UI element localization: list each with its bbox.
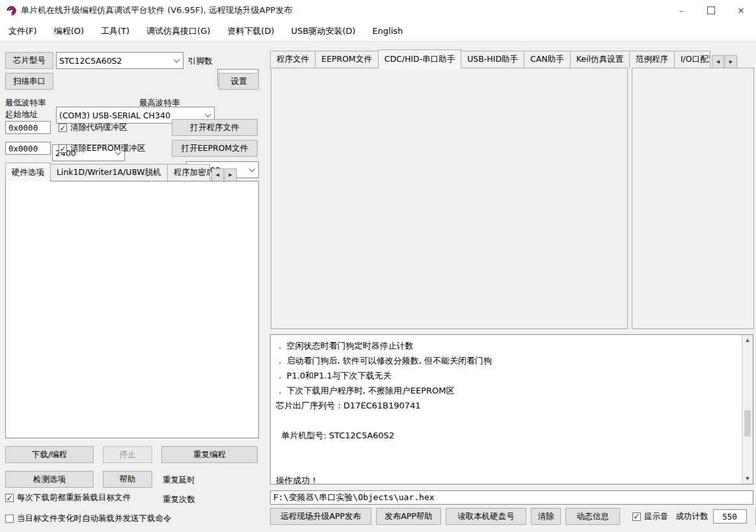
checkbox-icon: ✓: [632, 512, 641, 521]
menu-file[interactable]: 文件(F): [0, 21, 46, 41]
close-icon: ✕: [738, 6, 745, 16]
tab-scroll-right-button[interactable]: ▶: [725, 55, 737, 68]
tab-keil-sim[interactable]: Keil仿真设置: [570, 51, 630, 68]
hardware-options-panel: [5, 181, 259, 438]
clear-eeprom-checkbox[interactable]: ✓ 清除EEPROM缓冲区: [59, 143, 145, 154]
help-button[interactable]: 帮助: [103, 471, 152, 488]
autoload-checkbox[interactable]: ✓ 当目标文件变化时自动装载并发送下载命令: [5, 513, 172, 524]
tab-link1d-offline[interactable]: Link1D/Writer1A/U8W脱机: [50, 164, 168, 181]
menu-downloads[interactable]: 资料下载(D): [219, 21, 282, 41]
minimize-icon: –: [679, 6, 684, 16]
chip-type-button[interactable]: 芯片型号: [5, 52, 53, 69]
clear-eeprom-label: 清除EEPROM缓冲区: [70, 143, 145, 154]
chevron-down-icon: [205, 111, 211, 118]
title-bar: 单片机在线升级编程仿真调试平台软件 (V6.95F), 远程现场升级APP发布 …: [0, 0, 756, 21]
reload-target-label: 每次下载前都重新装载目标文件: [17, 492, 131, 503]
scroll-down-icon[interactable]: ▼: [742, 473, 753, 484]
info-text: . 空闲状态时看门狗定时器停止计数 . 启动看门狗后, 软件可以修改分频数, 但…: [271, 335, 753, 485]
dynamic-info-button[interactable]: 动态信息: [565, 508, 620, 525]
menu-debug-interface[interactable]: 调试仿真接口(G): [138, 21, 219, 41]
repeat-count-label: 重复次数: [163, 494, 195, 505]
success-count-label: 成功计数: [676, 511, 709, 522]
code-start-addr-input[interactable]: [5, 121, 51, 134]
tab-scroll-left-button[interactable]: ◀: [211, 168, 224, 181]
open-eeprom-file-button[interactable]: 打开EEPROM文件: [172, 140, 258, 157]
checkbox-icon: ✓: [59, 124, 67, 132]
maximize-button[interactable]: [696, 0, 726, 21]
menu-english[interactable]: English: [364, 21, 411, 41]
app-logo-icon: [6, 5, 17, 16]
arrow-left-icon: ◀: [716, 59, 720, 64]
clear-code-label: 清除代码缓冲区: [70, 122, 128, 133]
close-button[interactable]: ✕: [726, 0, 756, 21]
tab-examples[interactable]: 范例程序: [629, 51, 675, 68]
serial-port-value: (COM3) USB-SERIAL CH340: [59, 111, 170, 120]
window-title: 单片机在线升级编程仿真调试平台软件 (V6.95F), 远程现场升级APP发布: [21, 5, 292, 16]
chip-type-select[interactable]: STC12C5A60S2: [56, 52, 183, 69]
target-file-path-input[interactable]: [270, 490, 753, 505]
reload-target-checkbox[interactable]: ✓ 每次下载前都重新装载目标文件: [5, 492, 131, 503]
multi-string-panel: [632, 68, 754, 329]
repeat-delay-label: 重复延时: [163, 475, 195, 486]
download-program-button[interactable]: 下载/编程: [5, 446, 94, 463]
max-baud-label: 最高波特率: [139, 98, 180, 109]
scan-port-button[interactable]: 扫描串口: [5, 73, 53, 90]
start-addr-label: 起始地址: [5, 109, 38, 120]
tab-scroll-left-button[interactable]: ◀: [712, 55, 724, 68]
minimize-button[interactable]: –: [666, 0, 696, 21]
beep-label: 提示音: [644, 511, 669, 522]
repeat-program-button[interactable]: 重复编程: [161, 446, 258, 463]
tab-scroll-right-button[interactable]: ▶: [224, 168, 237, 181]
beep-checkbox[interactable]: ✓ 提示音: [632, 511, 669, 522]
tab-eeprom-file[interactable]: EEPROM文件: [315, 51, 379, 68]
info-message-box[interactable]: . 空闲状态时看门狗定时器停止计数 . 启动看门狗后, 软件可以修改分频数, 但…: [270, 334, 753, 485]
tab-program-file[interactable]: 程序文件: [270, 51, 316, 68]
bottom-action-bar: 远程现场升级APP发布 发布APP帮助 读取本机硬盘号 清除 动态信息 ✓ 提示…: [270, 508, 756, 525]
tab-cdc-hid-serial[interactable]: CDC/HID-串口助手: [378, 49, 462, 68]
main-tab-strip: 程序文件 EEPROM文件 CDC/HID-串口助手 USB-HID助手 CAN…: [270, 51, 737, 68]
clear-code-checkbox[interactable]: ✓ 清除代码缓冲区: [59, 122, 128, 133]
scroll-up-icon[interactable]: ▲: [742, 335, 753, 345]
menu-program[interactable]: 编程(O): [46, 21, 92, 41]
chip-type-value: STC12C5A60S2: [59, 56, 122, 66]
menu-bar: 文件(F) 编程(O) 工具(T) 调试仿真接口(G) 资料下载(D) USB驱…: [0, 21, 756, 42]
tab-program-encrypt[interactable]: 程序加密后: [167, 164, 210, 181]
tab-usb-hid[interactable]: USB-HID助手: [461, 51, 524, 68]
tab-can[interactable]: CAN助手: [524, 51, 571, 68]
maximize-icon: [707, 7, 715, 14]
success-count-field: 550: [713, 509, 747, 524]
menu-usb-driver[interactable]: USB驱动安装(D): [282, 21, 364, 41]
check-options-button[interactable]: 检测选项: [5, 471, 94, 488]
checkbox-icon: ✓: [5, 514, 14, 523]
open-program-file-button[interactable]: 打开程序文件: [172, 119, 258, 136]
chevron-down-icon: [174, 57, 180, 63]
info-scrollbar[interactable]: ▲ ▼: [742, 335, 753, 484]
chevron-down-icon: [249, 166, 256, 172]
read-disk-id-button[interactable]: 读取本机硬盘号: [446, 508, 526, 525]
left-tab-strip: 硬件选项 Link1D/Writer1A/U8W脱机 程序加密后 ◀ ▶: [5, 165, 237, 181]
clear-button[interactable]: 清除: [531, 508, 561, 525]
menu-tools[interactable]: 工具(T): [92, 21, 138, 41]
arrow-right-icon: ▶: [729, 59, 733, 64]
min-baud-label: 最低波特率: [5, 98, 46, 109]
eeprom-start-addr-input[interactable]: [5, 142, 51, 155]
checkbox-icon: ✓: [59, 144, 67, 153]
remote-publish-button[interactable]: 远程现场升级APP发布: [270, 508, 371, 525]
pin-count-label: 引脚数: [188, 56, 213, 67]
arrow-right-icon: ▶: [229, 172, 232, 178]
tab-hardware-options[interactable]: 硬件选项: [5, 163, 51, 181]
publish-help-button[interactable]: 发布APP帮助: [376, 508, 441, 525]
arrow-left-icon: ◀: [216, 172, 219, 178]
stop-button[interactable]: 停止: [103, 446, 152, 463]
tab-io-config[interactable]: I/O口配置: [674, 51, 710, 68]
autoload-label: 当目标文件变化时自动装载并发送下载命令: [17, 513, 172, 524]
settings-button[interactable]: 设置: [219, 73, 259, 90]
serial-assistant-panel: [271, 68, 628, 329]
checkbox-icon: ✓: [5, 494, 14, 502]
